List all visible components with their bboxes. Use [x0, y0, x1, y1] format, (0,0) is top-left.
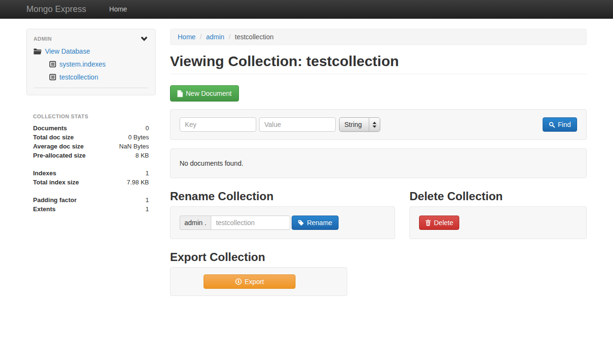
download-circle-icon [235, 278, 242, 285]
rename-prefix: admin . [180, 216, 211, 230]
sidebar: ADMIN View Database system.indexes [26, 29, 156, 296]
tag-icon [298, 220, 304, 226]
collection-stats: COLLECTION STATS Documents 0 Total doc s… [26, 114, 156, 214]
collection-list-icon [49, 74, 56, 80]
new-document-label: New Document [186, 90, 232, 97]
sidebar-item-system-indexes[interactable]: system.indexes [49, 60, 148, 68]
stat-row: Total doc size 0 Bytes [33, 133, 149, 142]
export-collection-title: Export Collection [170, 250, 395, 264]
stat-value: 1 [146, 195, 149, 205]
rename-button[interactable]: Rename [292, 216, 339, 230]
collection-link[interactable]: system.indexes [59, 60, 105, 68]
breadcrumb-admin-link[interactable]: admin [206, 33, 224, 41]
navbar: Mongo Express Home [0, 0, 613, 19]
delete-label: Delete [434, 219, 453, 227]
rename-input[interactable] [211, 216, 290, 230]
search-panel: String Find [170, 109, 587, 140]
delete-collection-title: Delete Collection [409, 190, 587, 203]
stat-row: Extents 1 [33, 205, 149, 214]
file-icon [177, 90, 183, 97]
stat-value: 8 KB [136, 151, 149, 160]
stat-value: 1 [146, 205, 149, 214]
stat-row: Average doc size NaN Bytes [33, 142, 149, 151]
breadcrumb-separator: / [228, 33, 230, 41]
view-database-link[interactable]: View Database [45, 47, 90, 55]
search-key-input[interactable] [180, 117, 256, 132]
panel-divider [34, 88, 148, 88]
stat-row: Indexes 1 [33, 169, 149, 178]
breadcrumb-current: testcollection [235, 33, 273, 41]
collection-list-icon [49, 61, 56, 68]
main-content: Home / admin / testcollection Viewing Co… [170, 29, 587, 296]
stat-value: 0 [146, 124, 149, 133]
search-icon [549, 122, 555, 128]
stat-row: Total index size 7.98 KB [33, 178, 149, 187]
stat-row: Padding factor 1 [33, 195, 149, 205]
breadcrumb-home-link[interactable]: Home [178, 33, 195, 41]
stat-row: Documents 0 [33, 124, 149, 133]
export-label: Export [245, 278, 264, 285]
delete-panel: Delete [409, 206, 587, 239]
page-container: ADMIN View Database system.indexes [0, 19, 613, 296]
stat-value: 0 Bytes [128, 133, 149, 142]
rename-panel: admin . Rename [170, 206, 395, 239]
stat-value: 1 [146, 169, 149, 178]
stats-group-size: Documents 0 Total doc size 0 Bytes Avera… [33, 124, 149, 160]
chevron-down-icon [141, 35, 148, 43]
stat-label: Average doc size [33, 142, 84, 151]
stat-label: Documents [33, 124, 67, 133]
new-document-button[interactable]: New Document [170, 85, 239, 102]
stat-label: Extents [33, 205, 56, 214]
database-panel-title: ADMIN [34, 36, 52, 42]
collection-link[interactable]: testcollection [59, 73, 98, 81]
delete-button[interactable]: Delete [419, 216, 459, 230]
search-value-input[interactable] [259, 117, 336, 132]
stats-group-indexes: Indexes 1 Total index size 7.98 KB [33, 169, 149, 187]
breadcrumb: Home / admin / testcollection [170, 29, 587, 45]
stat-label: Total index size [33, 178, 79, 187]
folder-open-icon [34, 48, 42, 55]
stats-group-padding: Padding factor 1 Extents 1 [33, 195, 149, 214]
stat-row: Pre-allocated size 8 KB [33, 151, 149, 160]
stat-label: Padding factor [33, 195, 77, 205]
rename-collection-title: Rename Collection [170, 190, 395, 203]
select-stepper-icon [369, 118, 380, 131]
stat-value: NaN Bytes [119, 142, 149, 151]
sidebar-item-testcollection[interactable]: testcollection [49, 73, 148, 81]
collapse-toggle-button[interactable] [140, 35, 148, 42]
collection-stats-title: COLLECTION STATS [33, 114, 149, 119]
export-panel: Export [170, 267, 347, 296]
search-type-selected: String [340, 118, 369, 131]
database-panel: ADMIN View Database system.indexes [26, 29, 156, 95]
nav-item-home[interactable]: Home [109, 5, 127, 13]
stat-label: Pre-allocated size [33, 151, 86, 160]
trash-icon [425, 219, 431, 226]
page-title: Viewing Collection: testcollection [170, 53, 587, 74]
export-button[interactable]: Export [204, 274, 295, 289]
rename-label: Rename [307, 219, 332, 227]
stat-value: 7.98 KB [127, 178, 149, 187]
stat-label: Indexes [33, 169, 56, 178]
stat-label: Total doc size [33, 133, 74, 142]
search-type-select[interactable]: String [339, 117, 380, 132]
sidebar-item-view-database[interactable]: View Database [34, 47, 148, 55]
no-documents-message: No documents found. [180, 159, 243, 167]
find-button[interactable]: Find [543, 117, 577, 132]
find-label: Find [558, 121, 571, 128]
no-documents-panel: No documents found. [170, 148, 587, 178]
brand-link[interactable]: Mongo Express [26, 4, 86, 14]
breadcrumb-separator: / [200, 33, 202, 41]
